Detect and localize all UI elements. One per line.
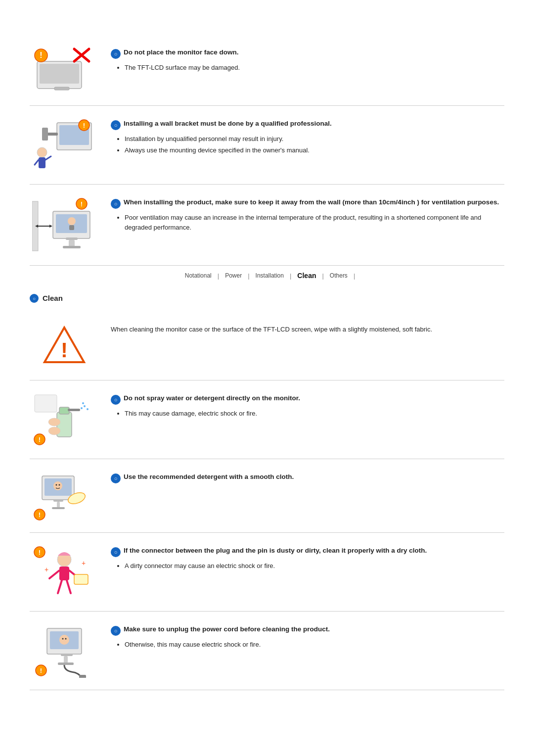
section-face-down: ! ○ Do not place the monitor face down. …	[30, 35, 504, 106]
content-ventilation: ○ When installing the product, make sure…	[111, 196, 504, 234]
caution-icon-unplug: ○	[111, 626, 121, 636]
image-wall-bracket: !	[30, 118, 99, 172]
svg-rect-33	[59, 407, 69, 414]
content-unplug: ○ Make sure to unplug the power cord bef…	[111, 623, 504, 651]
section-detergent: ! ○ Use the recommended detergent with a…	[30, 459, 504, 533]
svg-rect-61	[74, 574, 88, 584]
caution-icon-connector: ○	[111, 547, 121, 557]
svg-rect-34	[68, 409, 80, 411]
svg-text:+: +	[82, 559, 86, 567]
svg-point-36	[84, 405, 86, 407]
bullet-spray-1: This may cause damage, electric shock or…	[125, 409, 504, 419]
content-clean-intro: When cleaning the monitor case or the su…	[111, 324, 504, 333]
svg-line-60	[67, 580, 71, 593]
svg-rect-1	[40, 64, 79, 84]
title-wall-bracket: ○ Installing a wall bracket must be done…	[111, 120, 504, 130]
illus-warning-triangle-svg: !	[40, 324, 89, 368]
bullets-wall-bracket: Installation by unqualified personnel ma…	[125, 134, 504, 155]
svg-rect-10	[42, 128, 48, 141]
section-clean-intro: ! When cleaning the monitor case or the …	[30, 312, 504, 380]
nav-installation[interactable]: Installation	[250, 272, 290, 279]
svg-rect-23	[66, 237, 78, 240]
svg-rect-71	[61, 654, 73, 656]
svg-rect-46	[53, 499, 63, 502]
svg-line-57	[49, 570, 59, 578]
svg-text:!: !	[81, 200, 83, 208]
svg-point-49	[53, 481, 62, 490]
image-face-down: !	[30, 47, 99, 94]
bullets-connector: A dirty connector may cause an electric …	[125, 561, 504, 571]
section-unplug: ! ○ Make sure to unplug the power cord b…	[30, 612, 504, 690]
section-wall-bracket: ! ○ Installing a wall bracket must be do…	[30, 106, 504, 185]
image-connector: + + !	[30, 545, 99, 599]
illus-unplug-svg: !	[32, 623, 96, 678]
svg-rect-9	[47, 133, 58, 136]
nav-bar: Notational | Power | Installation | Clea…	[30, 266, 504, 288]
illus-face-down-svg: !	[32, 47, 96, 94]
bullet-wall-1: Installation by unqualified personnel ma…	[125, 134, 504, 144]
svg-point-69	[62, 638, 64, 640]
svg-text:!: !	[83, 122, 85, 129]
caution-icon-spray: ○	[111, 395, 121, 405]
bullets-face-down: The TFT-LCD surface may be damaged.	[125, 63, 504, 73]
title-face-down: ○ Do not place the monitor face down.	[111, 48, 504, 59]
svg-text:!: !	[61, 338, 68, 362]
illus-connector-svg: + + !	[32, 545, 96, 599]
svg-point-68	[59, 635, 69, 645]
svg-point-35	[81, 407, 83, 409]
bullet-unplug-1: Otherwise, this may cause electric shock…	[125, 640, 504, 650]
image-no-spray: !	[30, 392, 99, 447]
svg-text:!: !	[40, 667, 42, 674]
clean-intro-body: When cleaning the monitor case or the su…	[111, 326, 504, 333]
svg-point-40	[48, 427, 60, 435]
svg-rect-47	[57, 502, 60, 508]
bullets-unplug: Otherwise, this may cause electric shock…	[125, 640, 504, 650]
nav-power[interactable]: Power	[219, 272, 248, 279]
svg-rect-56	[59, 567, 69, 580]
illus-spray-svg: !	[32, 392, 96, 447]
caution-icon-face-down: ○	[111, 49, 121, 59]
svg-text:!: !	[40, 51, 42, 59]
section-no-spray: ! ○ Do not spray water or detergent dire…	[30, 380, 504, 459]
svg-rect-48	[52, 507, 65, 509]
svg-point-37	[82, 402, 84, 404]
image-clean-intro: !	[30, 324, 99, 368]
bullet-face-down-1: The TFT-LCD surface may be damaged.	[125, 63, 504, 73]
bullets-ventilation: Poor ventilation may cause an increase i…	[125, 213, 504, 232]
svg-point-38	[87, 408, 89, 410]
svg-text:+: +	[44, 566, 48, 573]
bullets-no-spray: This may cause damage, electric shock or…	[125, 409, 504, 419]
svg-text:!: !	[39, 511, 41, 519]
svg-rect-43	[35, 395, 57, 412]
image-unplug: !	[30, 623, 99, 678]
bullet-vent-1: Poor ventilation may cause an increase i…	[125, 213, 504, 232]
bullet-connector-1: A dirty connector may cause an electric …	[125, 561, 504, 571]
title-no-spray: ○ Do not spray water or detergent direct…	[111, 394, 504, 405]
nav-clean[interactable]: Clean	[291, 272, 322, 280]
svg-rect-74	[79, 675, 86, 678]
clean-heading: ○ Clean	[30, 288, 504, 312]
svg-point-70	[65, 638, 67, 640]
svg-line-59	[58, 580, 62, 593]
title-detergent: ○ Use the recommended detergent with a s…	[111, 473, 504, 483]
illus-wall-bracket-svg: !	[32, 118, 96, 172]
title-connector: ○ If the connector between the plug and …	[111, 547, 504, 557]
svg-text:!: !	[39, 436, 41, 443]
image-ventilation: !	[30, 196, 99, 253]
content-connector: ○ If the connector between the plug and …	[111, 545, 504, 572]
content-face-down: ○ Do not place the monitor face down. Th…	[111, 47, 504, 74]
section-ventilation: ! ○ When installing the product, make su…	[30, 185, 504, 266]
svg-rect-12	[39, 157, 45, 168]
content-no-spray: ○ Do not spray water or detergent direct…	[111, 392, 504, 420]
svg-point-50	[56, 484, 57, 486]
content-wall-bracket: ○ Installing a wall bracket must be done…	[111, 118, 504, 156]
svg-point-39	[48, 418, 60, 426]
bullet-wall-2: Always use the mounting device specified…	[125, 145, 504, 155]
content-detergent: ○ Use the recommended detergent with a s…	[111, 471, 504, 487]
nav-others[interactable]: Others	[324, 272, 354, 279]
svg-point-26	[68, 217, 76, 225]
caution-icon-vent: ○	[111, 199, 121, 209]
nav-notational[interactable]: Notational	[179, 272, 218, 279]
title-unplug: ○ Make sure to unplug the power cord bef…	[111, 625, 504, 636]
svg-rect-72	[64, 656, 68, 663]
